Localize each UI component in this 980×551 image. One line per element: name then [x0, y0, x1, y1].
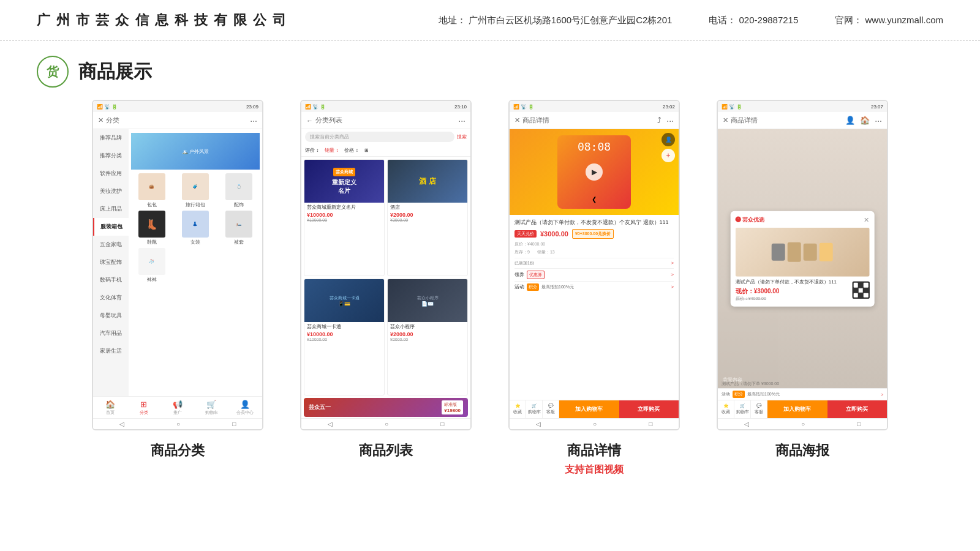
back-icon[interactable]: ◁: [119, 421, 124, 427]
filter-grid[interactable]: ⊞: [364, 148, 369, 153]
home-icon[interactable]: ○: [176, 421, 180, 427]
cat-item[interactable]: 数码手机: [93, 271, 129, 289]
cat-grid-item[interactable]: 👗 女装: [175, 211, 216, 246]
current-price-3: ¥3000.00: [540, 230, 568, 238]
cat-item[interactable]: 家居生活: [93, 342, 129, 360]
status-bar-3: 📶 📡 🔋 23:02: [510, 101, 679, 112]
play-button[interactable]: ▶: [586, 163, 603, 181]
back-btn-4[interactable]: ✕ 商品详情: [723, 116, 758, 125]
cart-nav-btn[interactable]: 🛒购物车: [526, 400, 543, 418]
recent-icon-2[interactable]: □: [440, 421, 444, 427]
more-btn-2[interactable]: ···: [458, 116, 466, 126]
collect-btn[interactable]: ⭐收藏: [510, 400, 526, 418]
cat-grid-item[interactable]: 👜 包包: [131, 173, 172, 208]
cat-item[interactable]: 文化体育: [93, 289, 129, 307]
filter-price[interactable]: 价格 ↕: [344, 147, 358, 154]
ori-price-row: 原价：¥4000.00: [514, 241, 674, 247]
action-bar-3: ⭐收藏 🛒购物车 💬客服 加入购物车 立即购买: [510, 400, 679, 418]
share-icon[interactable]: ⤴: [657, 116, 662, 125]
recent-icon-4[interactable]: □: [857, 421, 861, 427]
home-icon-3[interactable]: ○: [593, 421, 597, 427]
product-card[interactable]: 芸众小程序 📄✉️ 芸众小程序 ¥2000.00 ¥2000.00: [387, 279, 468, 395]
cat-banner: 🏔️ 户外风景: [131, 133, 260, 170]
home-icon-2[interactable]: ○: [385, 421, 388, 427]
cat-item[interactable]: 美妆洗护: [93, 182, 129, 200]
poster-close-btn[interactable]: ✕: [864, 216, 869, 223]
more-btn-1[interactable]: ···: [250, 116, 257, 126]
activity-row-3: 活动 积分 最高抵扣100%元 >: [514, 281, 674, 293]
nav-home[interactable]: 🏠首页: [93, 400, 127, 416]
cat-grid-item[interactable]: 💍 配饰: [219, 173, 260, 208]
add-to-cart-btn-3[interactable]: 加入购物车: [559, 400, 619, 418]
phone1-frame: 📶 📡 🔋 23:09 ✕ 分类 ··· 推荐品牌 推荐分类 软件应用 美妆洗护…: [92, 100, 263, 430]
collect-btn-4[interactable]: ⭐收藏: [718, 400, 734, 418]
nav-category[interactable]: ⊞分类: [127, 400, 160, 416]
poster-modal: 🅐 芸众优选 ✕: [731, 211, 875, 306]
product-card[interactable]: 芸众商城 重新定义 名片 芸众商城重新定义名片 ¥10000.00 ¥10000…: [304, 159, 385, 276]
filter-rating[interactable]: 评价 ↕: [305, 147, 318, 154]
phone4-caption: 商品海报: [775, 441, 829, 460]
back-icon-3[interactable]: ◁: [536, 421, 541, 427]
back-bar-2: ◁ ○ □: [301, 418, 470, 429]
bottom-nav-1: 🏠首页 ⊞分类 📢推广 🛒购物车 👤会员中心: [93, 396, 262, 418]
nav-bar-2: ← 分类列表 ···: [301, 112, 470, 129]
bg-product-info: 测试产品（请勿下单 ¥3000.00: [718, 380, 887, 388]
search-bar: 搜索当前分类商品 搜索: [301, 129, 470, 144]
home-icon-nav-4[interactable]: ○: [801, 421, 805, 427]
cat-grid-item[interactable]: 🧦 袜袜: [131, 248, 172, 283]
cart-nav-btn-4[interactable]: 🛒购物车: [734, 400, 751, 418]
back-btn-2[interactable]: ← 分类列表: [306, 116, 342, 125]
cat-item[interactable]: 推荐品牌: [93, 129, 129, 147]
poster-product-name: 测试产品（请勿下单付款，不发货不退款）111: [736, 279, 849, 285]
coupon-row-3[interactable]: 领券 优惠券 >: [514, 268, 674, 281]
nav-promote[interactable]: 📢推广: [160, 400, 194, 416]
recent-icon-3[interactable]: □: [649, 421, 652, 427]
product-banner-row: 芸众五一 标准版¥19800: [301, 398, 470, 418]
filter-sales[interactable]: 销量 ↕: [325, 147, 338, 154]
avatar-3: 👤: [662, 133, 675, 146]
phone3-frame: 📶 📡 🔋 23:02 ✕ 商品详情 ⤴ ··· 08:08 ❮: [508, 100, 680, 430]
home-icon-4[interactable]: 🏠: [860, 116, 870, 125]
cat-grid-item[interactable]: 👢 鞋靴: [131, 211, 172, 246]
phone1-caption: 商品分类: [151, 441, 205, 460]
add-to-cart-btn-4[interactable]: 加入购物车: [767, 400, 827, 418]
cat-item[interactable]: 母婴玩具: [93, 307, 129, 324]
cat-item[interactable]: 五金家电: [93, 236, 129, 253]
close-btn-1[interactable]: ✕ 分类: [98, 116, 119, 125]
detail-info-3: 测试产品（请勿下单付款，不发货不退款）个友风宁 退款）111 天天兑价 ¥300…: [510, 215, 679, 296]
search-button[interactable]: 搜索: [457, 133, 467, 140]
search-input[interactable]: 搜索当前分类商品: [305, 132, 454, 142]
cat-item[interactable]: 珠宝配饰: [93, 253, 129, 271]
phone1-screen: 📶 📡 🔋 23:09 ✕ 分类 ··· 推荐品牌 推荐分类 软件应用 美妆洗护…: [93, 101, 262, 429]
recent-icon[interactable]: □: [232, 421, 236, 427]
qr-code: [852, 282, 869, 299]
prev-arrow[interactable]: ❮: [592, 196, 597, 203]
cat-item[interactable]: 床上用品: [93, 200, 129, 218]
product-card[interactable]: 芸众商城一卡通 📱💳 芸众商城一卡通 ¥10000.00 ¥10000.00: [304, 279, 385, 395]
nav-cart[interactable]: 🛒购物车: [195, 400, 228, 416]
back-btn-3[interactable]: ✕ 商品详情: [514, 116, 549, 125]
more-btn-3[interactable]: ···: [666, 116, 674, 126]
buy-now-btn-4[interactable]: 立即购买: [827, 400, 887, 418]
product-card[interactable]: 酒 店 酒店 ¥2000.00 ¥2000.00: [387, 159, 468, 276]
nav-bar-1: ✕ 分类 ···: [93, 112, 262, 129]
phone3-subcaption: 支持首图视频: [565, 463, 624, 476]
service-btn-4[interactable]: 💬客服: [751, 400, 767, 418]
follow-btn[interactable]: +: [662, 149, 675, 162]
cat-item[interactable]: 汽车用品: [93, 324, 129, 342]
cat-item[interactable]: 软件应用: [93, 165, 129, 182]
back-icon-4[interactable]: ◁: [744, 421, 749, 427]
more-btn-4[interactable]: ···: [875, 116, 882, 126]
buy-now-btn-3[interactable]: 立即购买: [619, 400, 679, 418]
cat-item-active[interactable]: 服装箱包: [93, 218, 129, 236]
cat-grid-item[interactable]: 🛏️ 被套: [219, 211, 260, 246]
cat-body: 推荐品牌 推荐分类 软件应用 美妆洗护 床上用品 服装箱包 五金家电 珠宝配饰 …: [93, 129, 262, 396]
page-header: 广 州 市 芸 众 信 息 科 技 有 限 公 司 地址： 广州市白云区机场路1…: [0, 0, 980, 41]
cat-item[interactable]: 推荐分类: [93, 147, 129, 165]
nav-member[interactable]: 👤会员中心: [228, 400, 262, 416]
cat-grid-item[interactable]: 🧳 旅行箱包: [175, 173, 216, 208]
service-btn[interactable]: 💬客服: [543, 400, 559, 418]
section-icon: 货: [37, 56, 69, 88]
product-grid: 芸众商城 重新定义 名片 芸众商城重新定义名片 ¥10000.00 ¥10000…: [301, 157, 470, 398]
back-icon-2[interactable]: ◁: [328, 421, 333, 427]
